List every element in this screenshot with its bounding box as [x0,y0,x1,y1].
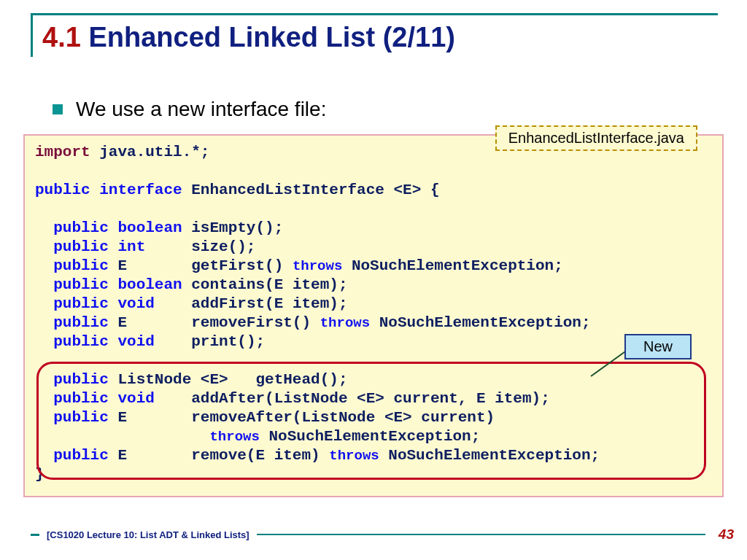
callout-line-icon [588,349,629,378]
new-badge: New [624,334,692,359]
footer-text: [CS1020 Lecture 10: List ADT & Linked Li… [47,529,249,540]
svg-line-0 [591,350,627,376]
bullet-text: We use a new interface file: [76,98,326,121]
bullet-row: We use a new interface file: [53,98,326,121]
header-rule-left [31,13,33,57]
title-number: 4.1 [42,22,81,52]
code-content: import java.util.*; public interface Enh… [35,143,712,484]
footer-dash-icon [31,534,39,536]
bullet-square-icon [53,104,63,114]
code-block: import java.util.*; public interface Enh… [23,134,724,497]
slide-title: 4.1 Enhanced Linked List (2/11) [42,22,455,53]
header-rule [31,13,718,15]
footer-line [257,534,705,535]
title-text: Enhanced Linked List (2/11) [88,22,455,52]
filename-badge: EnhancedListInterface.java [495,125,697,151]
page-number: 43 [719,526,734,542]
footer: [CS1020 Lecture 10: List ADT & Linked Li… [31,526,734,542]
